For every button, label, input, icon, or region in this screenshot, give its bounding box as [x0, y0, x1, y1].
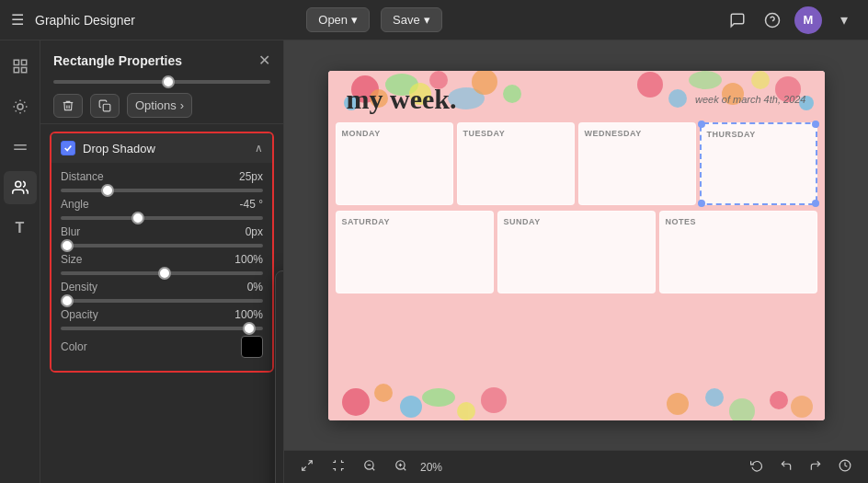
- top-slider-track[interactable]: [53, 80, 270, 84]
- sidebar-item-layers[interactable]: [4, 131, 37, 164]
- distance-slider-thumb[interactable]: [101, 184, 114, 197]
- menu-icon[interactable]: ☰: [11, 11, 24, 29]
- top-grid: MONDAY TUESDAY WEDNESDAY THURSDAY: [328, 121, 825, 207]
- distance-slider-container: [61, 189, 263, 198]
- blur-slider-container: [61, 244, 263, 253]
- angle-label: Angle: [61, 198, 89, 211]
- density-slider-thumb[interactable]: [61, 294, 74, 307]
- svg-line-45: [308, 461, 312, 465]
- monday-card: MONDAY: [336, 122, 453, 205]
- drop-shadow-section: Drop Shadow ∧ Distance 25px: [50, 132, 274, 373]
- distance-slider[interactable]: [61, 189, 263, 192]
- density-slider-container: [61, 299, 263, 308]
- fit-button[interactable]: [295, 455, 319, 478]
- thursday-label: THURSDAY: [707, 130, 810, 139]
- color-row: Color: [61, 336, 263, 358]
- undo-button[interactable]: [774, 455, 798, 478]
- bottom-right-tools: [745, 455, 857, 478]
- avatar[interactable]: M: [794, 6, 822, 34]
- angle-slider-thumb[interactable]: [131, 212, 144, 224]
- sunday-card: SUNDAY: [497, 211, 656, 293]
- blur-slider[interactable]: [61, 244, 263, 247]
- sidebar-item-text[interactable]: T: [4, 212, 37, 245]
- shadow-properties: Distance 25px Angle -45 °: [51, 163, 272, 371]
- opacity-slider-thumb[interactable]: [243, 322, 256, 335]
- planner: my week. week of march 4th, 2024 MONDAY …: [328, 71, 825, 420]
- tuesday-card: TUESDAY: [457, 122, 575, 205]
- panel-actions: Options ›: [40, 87, 283, 124]
- svg-line-46: [303, 466, 306, 470]
- account-chevron[interactable]: ▾: [831, 7, 857, 33]
- sunday-label: SUNDAY: [504, 217, 649, 226]
- monday-label: MONDAY: [342, 129, 447, 138]
- svg-rect-2: [14, 60, 18, 64]
- opacity-slider[interactable]: [61, 327, 263, 330]
- app-title: Graphic Designer: [35, 13, 295, 28]
- color-label: Color: [61, 340, 87, 353]
- drop-shadow-checkbox[interactable]: [61, 141, 75, 155]
- opacity-row: Opacity 100%: [61, 308, 263, 321]
- color-picker-popup: Picker Library + Recen: [275, 270, 284, 483]
- shadow-header[interactable]: Drop Shadow ∧: [51, 133, 272, 163]
- zoom-out-button[interactable]: [358, 455, 382, 478]
- panel-close-button[interactable]: ✕: [258, 52, 270, 69]
- chat-button[interactable]: [725, 7, 750, 33]
- size-value: 100%: [234, 253, 263, 266]
- angle-row: Angle -45 °: [61, 198, 263, 211]
- blur-row: Blur 0px: [61, 225, 263, 238]
- options-button[interactable]: Options ›: [127, 93, 192, 118]
- canvas-area[interactable]: my week. week of march 4th, 2024 MONDAY …: [284, 40, 868, 483]
- bottom-grid: SATURDAY SUNDAY NOTES: [328, 207, 825, 297]
- density-row: Density 0%: [61, 281, 263, 293]
- size-slider-container: [61, 271, 263, 281]
- zoom-in-button[interactable]: [389, 455, 413, 478]
- top-slider-row: [40, 76, 283, 87]
- shadow-chevron-icon[interactable]: ∧: [255, 142, 263, 155]
- svg-rect-10: [103, 104, 110, 111]
- blur-slider-thumb[interactable]: [61, 239, 74, 252]
- crop-button[interactable]: [326, 455, 350, 478]
- open-button[interactable]: Open ▾: [306, 7, 370, 32]
- panel-scroll-area[interactable]: Drop Shadow ∧ Distance 25px: [40, 124, 283, 483]
- canvas-content: my week. week of march 4th, 2024 MONDAY …: [284, 40, 868, 450]
- redo-button[interactable]: [804, 455, 828, 478]
- svg-point-34: [342, 388, 370, 416]
- svg-point-9: [15, 181, 20, 187]
- size-label: Size: [61, 253, 82, 266]
- color-swatch[interactable]: [241, 336, 263, 358]
- svg-rect-3: [21, 60, 26, 64]
- svg-point-35: [374, 384, 393, 402]
- svg-line-51: [404, 468, 406, 471]
- size-slider[interactable]: [61, 271, 263, 275]
- distance-row: Distance 25px: [61, 170, 263, 183]
- density-slider[interactable]: [61, 299, 263, 303]
- top-slider-thumb[interactable]: [162, 75, 175, 88]
- planner-title: my week.: [347, 84, 457, 115]
- duplicate-button[interactable]: [90, 94, 120, 118]
- reset-button[interactable]: [745, 455, 769, 478]
- svg-rect-4: [14, 68, 18, 73]
- topbar: ☰ Graphic Designer Open ▾ Save ▾ M ▾: [0, 0, 868, 40]
- size-row: Size 100%: [61, 253, 263, 266]
- tuesday-label: TUESDAY: [463, 129, 568, 138]
- help-button[interactable]: [760, 7, 785, 33]
- zoom-level: 20%: [420, 461, 442, 474]
- save-button[interactable]: Save ▾: [381, 7, 442, 32]
- svg-point-6: [17, 104, 23, 109]
- bottom-toolbar: 20%: [284, 450, 868, 483]
- opacity-label: Opacity: [61, 308, 98, 321]
- blur-label: Blur: [61, 225, 80, 238]
- svg-point-44: [791, 396, 813, 418]
- angle-value: -45 °: [240, 198, 263, 211]
- size-slider-thumb[interactable]: [158, 267, 171, 280]
- sidebar-item-grid[interactable]: [4, 50, 37, 83]
- sidebar-item-people[interactable]: [4, 171, 37, 204]
- history-button[interactable]: [833, 455, 857, 478]
- angle-slider[interactable]: [61, 216, 263, 220]
- delete-button[interactable]: [53, 94, 83, 118]
- sidebar-item-effects[interactable]: [4, 90, 37, 123]
- notes-card: NOTES: [659, 211, 817, 293]
- left-sidebar: T: [0, 40, 40, 483]
- svg-point-38: [457, 402, 475, 420]
- wednesday-label: WEDNESDAY: [585, 129, 690, 138]
